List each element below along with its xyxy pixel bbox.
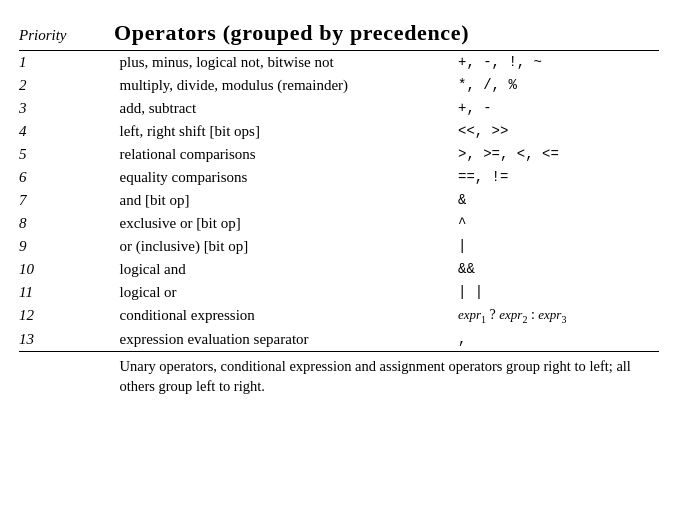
description-cell: and [bit op] (119, 189, 458, 212)
operators-cell: && (458, 258, 659, 281)
operators-table: 1 plus, minus, logical not, bitwise not … (19, 50, 659, 399)
table-row: 8 exclusive or [bit op] ^ (19, 212, 659, 235)
priority-cell: 10 (19, 258, 119, 281)
note-text: Unary operators, conditional expression … (119, 351, 659, 399)
description-cell: logical or (119, 281, 458, 304)
priority-cell: 4 (19, 120, 119, 143)
priority-cell: 3 (19, 97, 119, 120)
table-row: 5 relational comparisons >, >=, <, <= (19, 143, 659, 166)
operators-cell: expr1 ? expr2 : expr3 (458, 304, 659, 328)
description-cell: expression evaluation separator (119, 328, 458, 352)
page-container: Priority Operators (grouped by precedenc… (19, 20, 659, 399)
table-row: 13 expression evaluation separator , (19, 328, 659, 352)
expr2: expr (499, 307, 522, 322)
table-row: 6 equality comparisons ==, != (19, 166, 659, 189)
note-priority (19, 351, 119, 399)
operators-cell: >, >=, <, <= (458, 143, 659, 166)
table-row: 11 logical or | | (19, 281, 659, 304)
description-cell: add, subtract (119, 97, 458, 120)
priority-cell: 13 (19, 328, 119, 352)
operators-cell: +, -, !, ~ (458, 51, 659, 75)
operators-cell: <<, >> (458, 120, 659, 143)
priority-cell: 11 (19, 281, 119, 304)
description-cell: left, right shift [bit ops] (119, 120, 458, 143)
operators-cell: | | (458, 281, 659, 304)
table-row: 12 conditional expression expr1 ? expr2 … (19, 304, 659, 328)
table-row: 2 multiply, divide, modulus (remainder) … (19, 74, 659, 97)
description-cell: equality comparisons (119, 166, 458, 189)
operators-cell: +, - (458, 97, 659, 120)
table-row: 4 left, right shift [bit ops] <<, >> (19, 120, 659, 143)
operators-cell: & (458, 189, 659, 212)
priority-cell: 12 (19, 304, 119, 328)
operators-cell: | (458, 235, 659, 258)
priority-cell: 2 (19, 74, 119, 97)
operators-cell: *, /, % (458, 74, 659, 97)
priority-cell: 7 (19, 189, 119, 212)
table-title: Operators (grouped by precedence) (114, 20, 469, 46)
priority-cell: 6 (19, 166, 119, 189)
note-row: Unary operators, conditional expression … (19, 351, 659, 399)
table-row: 10 logical and && (19, 258, 659, 281)
table-row: 9 or (inclusive) [bit op] | (19, 235, 659, 258)
priority-cell: 8 (19, 212, 119, 235)
table-row: 7 and [bit op] & (19, 189, 659, 212)
table-row: 1 plus, minus, logical not, bitwise not … (19, 51, 659, 75)
operators-cell: , (458, 328, 659, 352)
expr3: expr (538, 307, 561, 322)
description-cell: or (inclusive) [bit op] (119, 235, 458, 258)
priority-cell: 5 (19, 143, 119, 166)
priority-cell: 9 (19, 235, 119, 258)
description-cell: relational comparisons (119, 143, 458, 166)
description-cell: multiply, divide, modulus (remainder) (119, 74, 458, 97)
priority-cell: 1 (19, 51, 119, 75)
table-row: 3 add, subtract +, - (19, 97, 659, 120)
description-cell: plus, minus, logical not, bitwise not (119, 51, 458, 75)
description-cell: logical and (119, 258, 458, 281)
priority-label: Priority (19, 21, 114, 44)
expr1: expr (458, 307, 481, 322)
description-cell: conditional expression (119, 304, 458, 328)
operators-cell: ^ (458, 212, 659, 235)
header-row: Priority Operators (grouped by precedenc… (19, 20, 659, 46)
description-cell: exclusive or [bit op] (119, 212, 458, 235)
operators-cell: ==, != (458, 166, 659, 189)
